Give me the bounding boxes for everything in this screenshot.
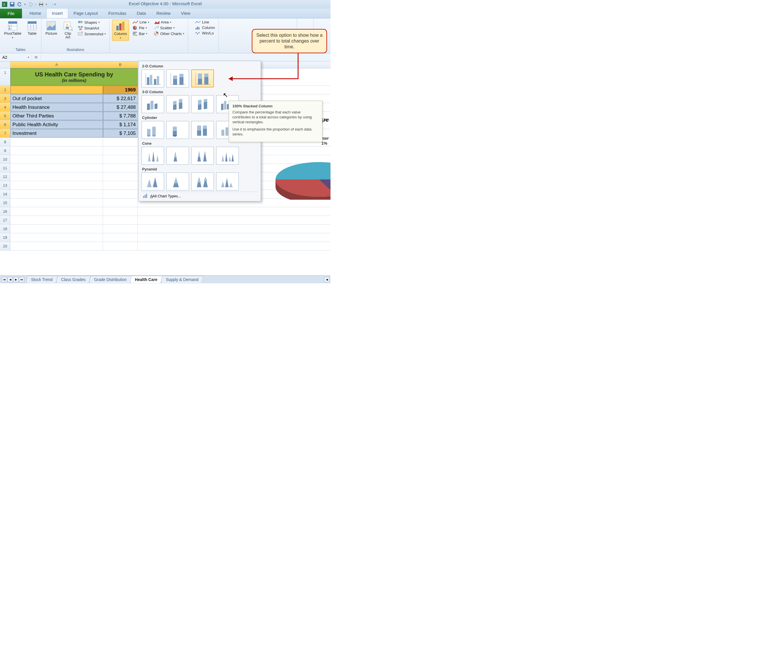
clustered-column-option[interactable] xyxy=(142,70,164,87)
next-sheet-button[interactable]: ▶ xyxy=(13,277,19,282)
cone-100-stacked-option[interactable] xyxy=(191,147,214,165)
col-header-A[interactable]: A xyxy=(11,61,103,68)
col-header-B[interactable]: B xyxy=(103,61,138,68)
bar-chart-button[interactable]: Bar ▾ xyxy=(131,31,151,36)
cone-stacked-option[interactable] xyxy=(166,147,189,165)
row-header-3[interactable]: 3 xyxy=(0,94,11,103)
row-header-5[interactable]: 5 xyxy=(0,112,11,120)
cell-A5[interactable]: Other Third Parties xyxy=(11,112,103,120)
sheet-tab-supply-demand[interactable]: Supply & Demand xyxy=(160,276,204,283)
pyramid-stacked-option[interactable] xyxy=(166,173,189,190)
last-sheet-button[interactable]: ⏭ xyxy=(19,277,24,282)
row-header-17[interactable]: 17 xyxy=(0,216,11,225)
row-header-6[interactable]: 6 xyxy=(0,120,11,129)
cell-B5[interactable]: $ 7,788 xyxy=(103,112,138,120)
cell-B2[interactable]: 1969 xyxy=(103,86,138,94)
tab-insert[interactable]: Insert xyxy=(46,8,68,18)
shapes-button[interactable]: Shapes ▾ xyxy=(77,20,107,25)
redo-icon[interactable] xyxy=(28,2,33,7)
tab-review[interactable]: Review xyxy=(151,9,176,18)
sheet-tab-class-grades[interactable]: Class Grades xyxy=(56,276,90,283)
tab-home[interactable]: Home xyxy=(24,9,46,18)
row-header-11[interactable]: 11 xyxy=(0,164,11,173)
select-all-corner[interactable] xyxy=(0,61,11,68)
cell-A3[interactable]: Out of pocket xyxy=(11,94,103,103)
pyramid-100-stacked-option[interactable] xyxy=(191,173,214,190)
other-charts-button[interactable]: Other Charts ▾ xyxy=(153,31,185,36)
save-icon[interactable] xyxy=(9,2,15,7)
empty-cell[interactable] xyxy=(11,138,103,146)
all-chart-types-button[interactable]: AAll Chart Types... xyxy=(142,191,258,199)
line-chart-button[interactable]: Line ▾ xyxy=(131,20,151,25)
tab-data[interactable]: Data xyxy=(131,9,151,18)
row-header-7[interactable]: 7 xyxy=(0,129,11,138)
name-box[interactable]: A2▾ xyxy=(0,55,32,60)
tab-scroll-left-button[interactable]: ◀ xyxy=(324,277,329,282)
row-header-14[interactable]: 14 xyxy=(0,190,11,199)
screenshot-button[interactable]: Screenshot ▾ xyxy=(77,31,107,36)
sheet-tab-grade-distribution[interactable]: Grade Distribution xyxy=(89,276,132,283)
cell-B4[interactable]: $ 27,488 xyxy=(103,103,138,111)
100-stacked-column-option[interactable] xyxy=(191,70,214,87)
print-dropdown-icon[interactable]: ▾ xyxy=(46,3,47,6)
cell-A2[interactable] xyxy=(11,86,103,94)
name-box-dropdown-icon[interactable]: ▾ xyxy=(28,56,29,59)
row-header-4[interactable]: 4 xyxy=(0,103,11,112)
sparkline-winloss-button[interactable]: Win/Lo xyxy=(194,31,216,36)
row-header-8[interactable]: 8 xyxy=(0,138,11,146)
3d-stacked-column-option[interactable] xyxy=(166,95,189,113)
undo-dropdown-icon[interactable]: ▾ xyxy=(24,3,26,6)
tab-formulas[interactable]: Formulas xyxy=(103,9,132,18)
row-header-12[interactable]: 12 xyxy=(0,173,11,181)
first-sheet-button[interactable]: ⏮ xyxy=(2,277,7,282)
3d-clustered-column-option[interactable] xyxy=(142,95,164,113)
pivottable-button[interactable]: PivotTable ▾ xyxy=(2,20,23,40)
row-header-19[interactable]: 19 xyxy=(0,233,11,242)
title-cell[interactable]: US Health Care Spending by (in millions) xyxy=(11,68,138,86)
print-icon[interactable] xyxy=(38,2,44,7)
file-tab[interactable]: File xyxy=(0,9,22,18)
row-header-1[interactable]: 1 xyxy=(0,68,11,86)
scatter-chart-button[interactable]: Scatter ▾ xyxy=(153,25,185,30)
fx-button[interactable]: fx xyxy=(32,55,41,59)
column-chart-button[interactable]: Column ▾ xyxy=(112,20,129,41)
row-header-10[interactable]: 10 xyxy=(0,155,11,164)
smartart-button[interactable]: SmartArt xyxy=(77,25,107,31)
cell-A4[interactable]: Health Insurance xyxy=(11,103,103,111)
cylinder-100-stacked-option[interactable] xyxy=(191,121,214,139)
3d-100-stacked-column-option[interactable] xyxy=(191,95,214,113)
clipart-button[interactable]: Clip Art xyxy=(61,20,75,40)
undo-icon[interactable] xyxy=(17,2,23,7)
row-header-2[interactable]: 2 xyxy=(0,86,11,94)
prev-sheet-button[interactable]: ◀ xyxy=(8,277,13,282)
row-header-13[interactable]: 13 xyxy=(0,181,11,190)
sparkline-column-button[interactable]: Column xyxy=(194,25,216,30)
row-header-16[interactable]: 16 xyxy=(0,207,11,216)
cell-B7[interactable]: $ 7,105 xyxy=(103,129,138,137)
tab-view[interactable]: View xyxy=(176,9,195,18)
cone-3d-option[interactable] xyxy=(216,147,239,165)
row-header-9[interactable]: 9 xyxy=(0,146,11,155)
row-header-15[interactable]: 15 xyxy=(0,199,11,207)
picture-button[interactable]: Picture xyxy=(44,20,59,37)
area-chart-button[interactable]: Area ▾ xyxy=(153,20,185,25)
cell-A7[interactable]: Investment xyxy=(11,129,103,137)
cylinder-stacked-option[interactable] xyxy=(166,121,189,139)
sheet-tab-stock-trend[interactable]: Stock Trend xyxy=(26,276,58,283)
qat-customize-icon[interactable]: ▾ xyxy=(52,3,56,6)
cylinder-clustered-option[interactable] xyxy=(142,121,164,139)
tab-page-layout[interactable]: Page Layout xyxy=(68,9,103,18)
cell-B3[interactable]: $ 22,617 xyxy=(103,94,138,103)
cell-A6[interactable]: Public Health Activity xyxy=(11,120,103,129)
pyramid-3d-option[interactable] xyxy=(216,173,239,190)
pie-chart-button[interactable]: Pie ▾ xyxy=(131,25,151,30)
sparkline-line-button[interactable]: Line xyxy=(194,20,216,25)
pyramid-clustered-option[interactable] xyxy=(142,173,164,190)
sheet-tab-health-care[interactable]: Health Care xyxy=(130,276,163,283)
stacked-column-option[interactable] xyxy=(166,70,189,87)
row-header-18[interactable]: 18 xyxy=(0,225,11,233)
cone-clustered-option[interactable] xyxy=(142,147,164,165)
table-button[interactable]: Table xyxy=(25,20,39,37)
redo-dropdown-icon[interactable]: ▾ xyxy=(35,3,36,6)
row-header-20[interactable]: 20 xyxy=(0,242,11,250)
